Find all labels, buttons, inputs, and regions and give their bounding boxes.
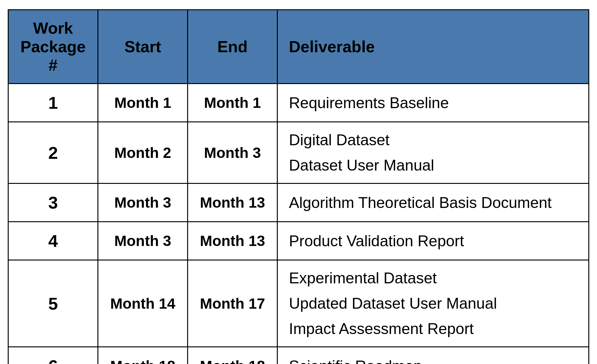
cell-end-1: Month 3: [188, 122, 277, 184]
deliverable-item: Impact Assessment Report: [289, 320, 577, 338]
cell-end-0: Month 1: [188, 84, 277, 122]
cell-end-2: Month 13: [188, 184, 277, 222]
deliverable-item: Updated Dataset User Manual: [289, 294, 577, 312]
cell-deliverable-3: Product Validation Report: [277, 222, 589, 260]
work-packages-table: Work Package # Start End Deliverable 1Mo…: [8, 9, 589, 364]
table-row: 1Month 1Month 1Requirements Baseline: [8, 84, 589, 122]
cell-end-4: Month 17: [188, 260, 277, 347]
header-start: Start: [98, 10, 188, 84]
header-wp: Work Package #: [8, 10, 98, 84]
cell-wp-2: 3: [8, 184, 98, 222]
table-row: 2Month 2Month 3Digital DatasetDataset Us…: [8, 122, 589, 184]
cell-wp-4: 5: [8, 260, 98, 347]
cell-start-3: Month 3: [98, 222, 188, 260]
cell-start-1: Month 2: [98, 122, 188, 184]
cell-wp-0: 1: [8, 84, 98, 122]
table-row: 5Month 14Month 17Experimental DatasetUpd…: [8, 260, 589, 347]
table-body: 1Month 1Month 1Requirements Baseline2Mon…: [8, 84, 589, 364]
table-row: 3Month 3Month 13Algorithm Theoretical Ba…: [8, 184, 589, 222]
cell-wp-5: 6: [8, 347, 98, 364]
cell-end-5: Month 18: [188, 347, 277, 364]
table-header-row: Work Package # Start End Deliverable: [8, 10, 589, 84]
deliverable-item: Digital Dataset: [289, 131, 577, 149]
cell-start-0: Month 1: [98, 84, 188, 122]
table-row: 6Month 18Month 18Scientific Roadmap: [8, 347, 589, 364]
cell-wp-1: 2: [8, 122, 98, 184]
cell-deliverable-4: Experimental DatasetUpdated Dataset User…: [277, 260, 589, 347]
cell-start-2: Month 3: [98, 184, 188, 222]
cell-deliverable-1: Digital DatasetDataset User Manual: [277, 122, 589, 184]
cell-start-5: Month 18: [98, 347, 188, 364]
cell-start-4: Month 14: [98, 260, 188, 347]
header-end: End: [188, 10, 277, 84]
cell-wp-3: 4: [8, 222, 98, 260]
deliverable-item: Experimental Dataset: [289, 269, 577, 287]
header-deliverable: Deliverable: [277, 10, 589, 84]
cell-deliverable-0: Requirements Baseline: [277, 84, 589, 122]
table-row: 4Month 3Month 13Product Validation Repor…: [8, 222, 589, 260]
cell-end-3: Month 13: [188, 222, 277, 260]
deliverable-item: Dataset User Manual: [289, 156, 577, 174]
table-wrapper: Work Package # Start End Deliverable 1Mo…: [8, 9, 589, 364]
cell-deliverable-2: Algorithm Theoretical Basis Document: [277, 184, 589, 222]
cell-deliverable-5: Scientific Roadmap: [277, 347, 589, 364]
